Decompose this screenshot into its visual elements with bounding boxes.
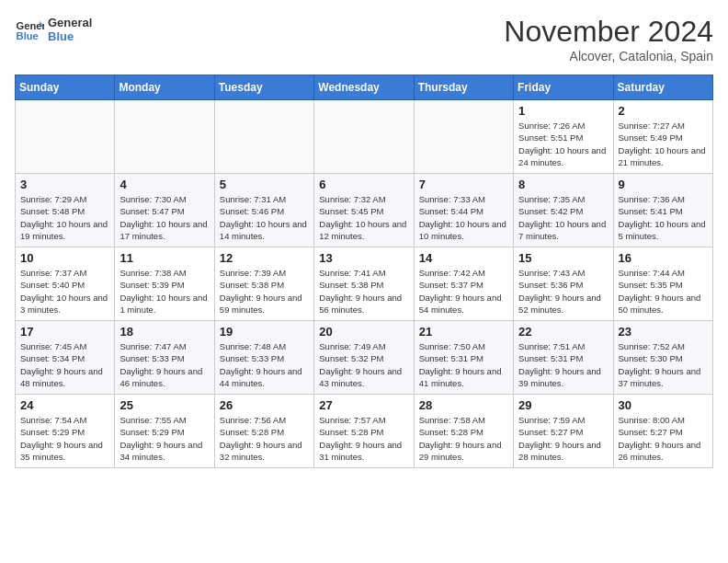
day-info: Sunrise: 7:49 AM Sunset: 5:32 PM Dayligh… xyxy=(319,340,408,389)
day-number: 20 xyxy=(319,325,408,339)
day-number: 1 xyxy=(518,104,608,118)
day-number: 6 xyxy=(319,178,408,191)
day-info: Sunrise: 7:33 AM Sunset: 5:44 PM Dayligh… xyxy=(419,193,508,242)
day-number: 19 xyxy=(220,325,309,339)
calendar-week-row: 1Sunrise: 7:26 AM Sunset: 5:51 PM Daylig… xyxy=(16,100,713,174)
calendar-day-cell: 14Sunrise: 7:42 AM Sunset: 5:37 PM Dayli… xyxy=(414,247,513,321)
day-info: Sunrise: 7:57 AM Sunset: 5:28 PM Dayligh… xyxy=(319,414,408,463)
calendar-day-cell: 27Sunrise: 7:57 AM Sunset: 5:28 PM Dayli… xyxy=(314,395,414,468)
day-number: 29 xyxy=(518,398,608,412)
day-info: Sunrise: 7:43 AM Sunset: 5:36 PM Dayligh… xyxy=(518,267,608,316)
calendar-day-cell: 10Sunrise: 7:37 AM Sunset: 5:40 PM Dayli… xyxy=(16,247,115,321)
day-info: Sunrise: 7:27 AM Sunset: 5:49 PM Dayligh… xyxy=(619,120,708,168)
calendar-day-cell xyxy=(16,100,115,174)
day-number: 28 xyxy=(419,398,508,412)
calendar-day-cell: 30Sunrise: 8:00 AM Sunset: 5:27 PM Dayli… xyxy=(613,395,712,468)
page-header: General Blue General Blue November 2024 … xyxy=(15,15,713,63)
day-number: 8 xyxy=(518,178,608,191)
day-number: 14 xyxy=(419,251,508,265)
day-number: 9 xyxy=(619,178,708,191)
day-info: Sunrise: 7:41 AM Sunset: 5:38 PM Dayligh… xyxy=(319,267,408,316)
day-info: Sunrise: 7:32 AM Sunset: 5:45 PM Dayligh… xyxy=(319,193,408,242)
day-info: Sunrise: 7:26 AM Sunset: 5:51 PM Dayligh… xyxy=(518,120,608,168)
calendar-day-cell: 24Sunrise: 7:54 AM Sunset: 5:29 PM Dayli… xyxy=(16,395,115,468)
svg-text:Blue: Blue xyxy=(17,30,39,41)
day-number: 10 xyxy=(20,251,109,265)
day-number: 18 xyxy=(119,325,209,339)
calendar-day-cell: 5Sunrise: 7:31 AM Sunset: 5:46 PM Daylig… xyxy=(214,174,313,247)
day-info: Sunrise: 7:52 AM Sunset: 5:30 PM Dayligh… xyxy=(619,340,708,389)
calendar-day-cell: 23Sunrise: 7:52 AM Sunset: 5:30 PM Dayli… xyxy=(613,321,712,395)
day-info: Sunrise: 7:44 AM Sunset: 5:35 PM Dayligh… xyxy=(619,267,708,316)
calendar-day-cell: 11Sunrise: 7:38 AM Sunset: 5:39 PM Dayli… xyxy=(115,247,214,321)
day-number: 11 xyxy=(119,251,209,265)
day-number: 21 xyxy=(419,325,508,339)
logo-icon: General Blue xyxy=(15,15,44,44)
weekday-header: Friday xyxy=(514,75,613,100)
weekday-header: Thursday xyxy=(414,75,513,100)
calendar-day-cell: 8Sunrise: 7:35 AM Sunset: 5:42 PM Daylig… xyxy=(514,174,613,247)
day-number: 7 xyxy=(419,178,508,191)
calendar-day-cell: 3Sunrise: 7:29 AM Sunset: 5:48 PM Daylig… xyxy=(16,174,115,247)
logo-blue: Blue xyxy=(48,29,92,43)
day-info: Sunrise: 7:45 AM Sunset: 5:34 PM Dayligh… xyxy=(20,340,109,389)
day-info: Sunrise: 7:56 AM Sunset: 5:28 PM Dayligh… xyxy=(220,414,309,463)
day-info: Sunrise: 7:31 AM Sunset: 5:46 PM Dayligh… xyxy=(220,193,309,242)
day-number: 3 xyxy=(20,178,109,191)
weekday-header: Sunday xyxy=(16,75,115,100)
weekday-header: Wednesday xyxy=(314,75,414,100)
weekday-header: Monday xyxy=(115,75,214,100)
day-info: Sunrise: 7:47 AM Sunset: 5:33 PM Dayligh… xyxy=(119,340,209,389)
calendar-day-cell: 17Sunrise: 7:45 AM Sunset: 5:34 PM Dayli… xyxy=(16,321,115,395)
calendar-day-cell xyxy=(414,100,513,174)
calendar-week-row: 3Sunrise: 7:29 AM Sunset: 5:48 PM Daylig… xyxy=(16,174,713,247)
day-info: Sunrise: 7:38 AM Sunset: 5:39 PM Dayligh… xyxy=(119,267,209,316)
day-number: 25 xyxy=(119,398,209,412)
day-number: 26 xyxy=(220,398,309,412)
calendar-day-cell: 19Sunrise: 7:48 AM Sunset: 5:33 PM Dayli… xyxy=(214,321,313,395)
day-number: 30 xyxy=(619,398,708,412)
calendar-day-cell: 25Sunrise: 7:55 AM Sunset: 5:29 PM Dayli… xyxy=(115,395,214,468)
day-info: Sunrise: 7:58 AM Sunset: 5:28 PM Dayligh… xyxy=(419,414,508,463)
day-number: 2 xyxy=(619,104,708,118)
day-info: Sunrise: 7:55 AM Sunset: 5:29 PM Dayligh… xyxy=(119,414,209,463)
calendar-day-cell: 16Sunrise: 7:44 AM Sunset: 5:35 PM Dayli… xyxy=(613,247,712,321)
day-number: 24 xyxy=(20,398,109,412)
day-number: 5 xyxy=(220,178,309,191)
calendar-day-cell: 15Sunrise: 7:43 AM Sunset: 5:36 PM Dayli… xyxy=(514,247,613,321)
day-number: 23 xyxy=(619,325,708,339)
month-title: November 2024 xyxy=(504,15,713,49)
calendar-week-row: 24Sunrise: 7:54 AM Sunset: 5:29 PM Dayli… xyxy=(16,395,713,468)
day-info: Sunrise: 7:30 AM Sunset: 5:47 PM Dayligh… xyxy=(119,193,209,242)
day-info: Sunrise: 7:37 AM Sunset: 5:40 PM Dayligh… xyxy=(20,267,109,316)
day-number: 13 xyxy=(319,251,408,265)
day-number: 27 xyxy=(319,398,408,412)
calendar-day-cell: 29Sunrise: 7:59 AM Sunset: 5:27 PM Dayli… xyxy=(514,395,613,468)
day-info: Sunrise: 7:35 AM Sunset: 5:42 PM Dayligh… xyxy=(518,193,608,242)
calendar-day-cell: 7Sunrise: 7:33 AM Sunset: 5:44 PM Daylig… xyxy=(414,174,513,247)
day-info: Sunrise: 7:29 AM Sunset: 5:48 PM Dayligh… xyxy=(20,193,109,242)
day-number: 15 xyxy=(518,251,608,265)
calendar-day-cell: 12Sunrise: 7:39 AM Sunset: 5:38 PM Dayli… xyxy=(214,247,313,321)
calendar-day-cell xyxy=(115,100,214,174)
day-number: 12 xyxy=(220,251,309,265)
calendar-day-cell: 26Sunrise: 7:56 AM Sunset: 5:28 PM Dayli… xyxy=(214,395,313,468)
day-info: Sunrise: 7:51 AM Sunset: 5:31 PM Dayligh… xyxy=(518,340,608,389)
calendar-day-cell: 9Sunrise: 7:36 AM Sunset: 5:41 PM Daylig… xyxy=(613,174,712,247)
day-number: 22 xyxy=(518,325,608,339)
weekday-header-row: SundayMondayTuesdayWednesdayThursdayFrid… xyxy=(16,75,713,100)
calendar-day-cell: 1Sunrise: 7:26 AM Sunset: 5:51 PM Daylig… xyxy=(514,100,613,174)
day-number: 16 xyxy=(619,251,708,265)
weekday-header: Saturday xyxy=(613,75,712,100)
day-info: Sunrise: 7:59 AM Sunset: 5:27 PM Dayligh… xyxy=(518,414,608,463)
day-info: Sunrise: 7:48 AM Sunset: 5:33 PM Dayligh… xyxy=(220,340,309,389)
day-info: Sunrise: 7:36 AM Sunset: 5:41 PM Dayligh… xyxy=(619,193,708,242)
calendar-day-cell: 21Sunrise: 7:50 AM Sunset: 5:31 PM Dayli… xyxy=(414,321,513,395)
title-block: November 2024 Alcover, Catalonia, Spain xyxy=(504,15,713,63)
calendar-day-cell: 28Sunrise: 7:58 AM Sunset: 5:28 PM Dayli… xyxy=(414,395,513,468)
day-info: Sunrise: 7:54 AM Sunset: 5:29 PM Dayligh… xyxy=(20,414,109,463)
day-number: 17 xyxy=(20,325,109,339)
calendar-day-cell: 22Sunrise: 7:51 AM Sunset: 5:31 PM Dayli… xyxy=(514,321,613,395)
logo: General Blue General Blue xyxy=(15,15,92,44)
calendar-day-cell: 2Sunrise: 7:27 AM Sunset: 5:49 PM Daylig… xyxy=(613,100,712,174)
